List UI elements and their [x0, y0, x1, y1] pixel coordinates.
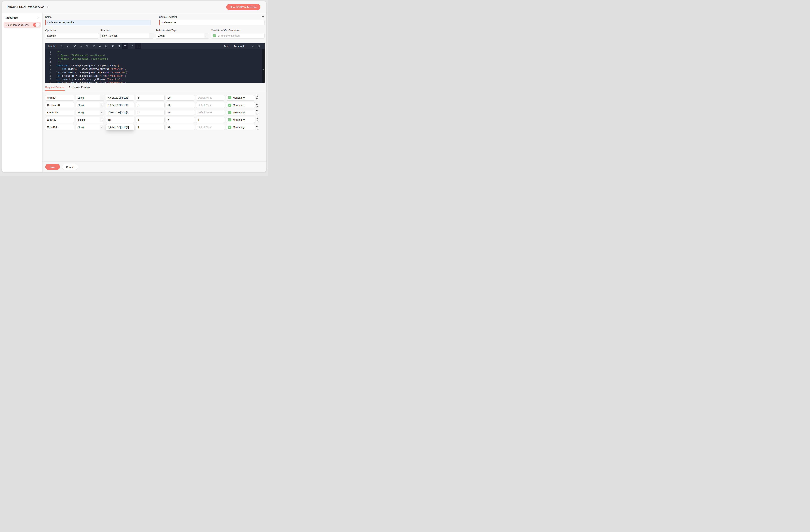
source-endpoint-input[interactable]: [159, 20, 264, 25]
sidebar-item-orderprocessingserv[interactable]: OrderProcessingServ...: [4, 22, 41, 28]
param-type-select[interactable]: String: [76, 95, 104, 101]
param-row-actions: [256, 95, 258, 100]
remove-param-button[interactable]: [256, 117, 258, 120]
param-mandatory-checkbox[interactable]: [228, 118, 231, 122]
code-block-icon[interactable]: [135, 43, 141, 49]
param-min-input[interactable]: 5: [136, 102, 165, 108]
param-min-input[interactable]: 5: [136, 95, 165, 101]
undo-icon[interactable]: [59, 43, 65, 49]
param-default-input[interactable]: 1: [196, 117, 225, 123]
param-min-input[interactable]: 1: [136, 124, 165, 130]
param-name-input[interactable]: OrderID: [45, 95, 74, 101]
code-search-icon[interactable]: [116, 43, 122, 49]
param-max-input[interactable]: 20: [166, 124, 195, 130]
param-max-input[interactable]: 20: [166, 110, 195, 115]
trash-icon[interactable]: [262, 16, 264, 18]
param-pattern-input[interactable]: ^[A-Za-z0-9]{5,10}$: [106, 124, 134, 130]
param-type-select[interactable]: String: [76, 102, 104, 108]
param-type-select[interactable]: Integer: [76, 117, 104, 123]
param-mandatory-option[interactable]: Mandatory: [226, 102, 255, 108]
indent-increase-icon[interactable]: [84, 43, 91, 49]
param-mandatory-checkbox[interactable]: [228, 111, 231, 114]
cancel-button[interactable]: Cancel: [62, 164, 78, 170]
param-mandatory-checkbox[interactable]: [228, 126, 231, 129]
help-icon[interactable]: [256, 43, 261, 49]
resource-enabled-toggle[interactable]: [33, 23, 39, 27]
remove-param-button[interactable]: [256, 110, 258, 112]
param-default-input[interactable]: Default Value: [196, 102, 225, 108]
param-pattern-input[interactable]: ^[A-Za-z0-9]{5,10}$: [106, 110, 134, 115]
param-name-input[interactable]: OrderDate: [45, 124, 74, 130]
param-pattern-input[interactable]: \d+: [106, 117, 134, 123]
param-name-input[interactable]: ProductID: [45, 110, 74, 115]
param-mandatory-option[interactable]: Mandatory: [226, 110, 255, 115]
search-icon[interactable]: [37, 16, 39, 19]
remove-param-button[interactable]: [256, 103, 258, 105]
wsdl-compliance-option[interactable]: Click to select option: [211, 33, 264, 38]
new-soap-webservice-button[interactable]: New SOAP Webservice: [226, 4, 260, 10]
code-area[interactable]: 1/**2 * @param {SOAPRequest} soapRequest…: [45, 49, 264, 83]
mandatory-label: Mandatory: [233, 118, 245, 121]
name-label: Name: [45, 16, 51, 18]
save-button[interactable]: Save: [45, 164, 60, 170]
code-line: 6 let orderID = soapRequest.getParam("Or…: [45, 67, 264, 71]
indent-decrease-icon[interactable]: [91, 43, 97, 49]
param-mandatory-option[interactable]: Mandatory: [226, 117, 255, 123]
param-default-input[interactable]: Default Value: [196, 95, 225, 101]
code-line: 2 * @param {SOAPRequest} soapRequest: [45, 53, 264, 57]
reset-button[interactable]: Reset: [224, 45, 229, 47]
remove-param-button[interactable]: [256, 125, 258, 127]
param-mandatory-checkbox[interactable]: [228, 103, 231, 107]
param-min-input[interactable]: 1: [136, 117, 165, 123]
param-type-select[interactable]: String: [76, 124, 104, 130]
add-param-button[interactable]: [256, 98, 258, 100]
param-mandatory-checkbox[interactable]: [228, 96, 231, 99]
code-text: let customerID = soapRequest.getParam("C…: [53, 71, 129, 74]
tab-request-params[interactable]: Request Params: [45, 86, 64, 91]
param-max-input[interactable]: 5: [166, 117, 195, 123]
param-mandatory-option[interactable]: Mandatory: [226, 95, 255, 101]
code-line: 5function execute(soapRequest, soapRespo…: [45, 64, 264, 67]
font-size-control[interactable]: Font Size: [48, 45, 57, 47]
param-max-input[interactable]: 20: [166, 95, 195, 101]
param-pattern-input[interactable]: ^[A-Za-z0-9]{5,10}$: [106, 95, 134, 101]
editor-scrollbar[interactable]: [262, 49, 264, 83]
dark-mode-button[interactable]: Dark Mode: [234, 45, 245, 47]
page-scrollbar[interactable]: [267, 15, 268, 169]
wsdl-checkbox[interactable]: [213, 34, 216, 37]
param-mandatory-option[interactable]: Mandatory: [226, 124, 255, 130]
add-param-button[interactable]: [256, 120, 258, 123]
page-title: Inbound SOAP Webservice: [7, 5, 45, 9]
duplicate-icon[interactable]: [97, 43, 103, 49]
editor-scrollbar-thumb[interactable]: [263, 69, 264, 70]
code-editor[interactable]: Font Size Reset Dark Mode 1/**2 * @param…: [45, 43, 264, 83]
name-input[interactable]: [45, 20, 150, 25]
copy-icon[interactable]: [78, 43, 84, 49]
param-default-input[interactable]: Default Value: [196, 110, 225, 115]
word-wrap-icon[interactable]: [122, 43, 129, 49]
add-param-button[interactable]: [256, 128, 258, 130]
info-icon[interactable]: [46, 6, 49, 8]
param-max-input[interactable]: 20: [166, 102, 195, 108]
param-min-input[interactable]: 5: [136, 110, 165, 115]
param-default-input[interactable]: Default Value: [196, 124, 225, 130]
add-param-button[interactable]: [256, 106, 258, 108]
param-type-select[interactable]: String: [76, 110, 104, 115]
resource-select[interactable]: New Function: [100, 33, 154, 38]
redo-icon[interactable]: [65, 43, 71, 49]
chevron-down-icon: [101, 111, 103, 113]
cut-icon[interactable]: [71, 43, 78, 49]
auth-type-select[interactable]: OAuth: [156, 33, 209, 38]
add-param-button[interactable]: [256, 113, 258, 115]
param-name-input[interactable]: CustomerID: [45, 102, 74, 108]
param-name-input[interactable]: Quantity: [45, 117, 74, 123]
keyboard-icon[interactable]: [250, 43, 256, 49]
tab-response-params[interactable]: Response Params: [69, 86, 90, 91]
line-spacing-icon[interactable]: [129, 43, 135, 49]
param-pattern-input[interactable]: ^[A-Za-z0-9]{5,10}$: [106, 102, 134, 108]
delete-icon[interactable]: [110, 43, 116, 49]
comment-icon[interactable]: [103, 43, 110, 49]
chevron-down-icon: [206, 35, 208, 37]
operation-input[interactable]: [45, 33, 99, 38]
remove-param-button[interactable]: [256, 95, 258, 98]
